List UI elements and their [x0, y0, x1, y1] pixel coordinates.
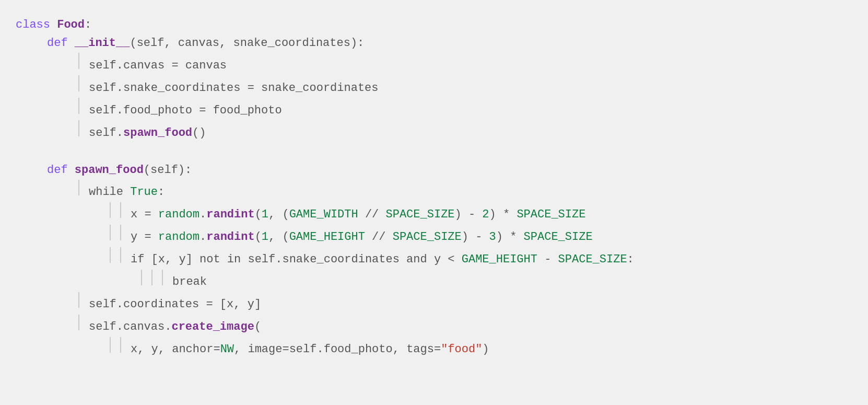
code-token: ) *: [496, 228, 524, 246]
code-token: GAME_WIDTH: [289, 205, 358, 224]
code-token: SPACE_SIZE: [517, 205, 585, 224]
code-token: =: [434, 340, 441, 358]
code-line: def __init__(self, canvas, snake_coordin…: [16, 34, 852, 52]
code-token: randint: [206, 228, 254, 246]
code-line: while True:: [16, 179, 852, 202]
code-token: GAME_HEIGHT: [289, 228, 365, 246]
code-line: self.coordinates = [x, y]: [16, 292, 852, 314]
code-token: GAME_HEIGHT: [462, 250, 537, 269]
code-token: random: [158, 205, 200, 224]
code-token: .: [316, 340, 323, 358]
indent-guide: [78, 75, 79, 91]
code-token: =: [240, 79, 261, 97]
code-token: =: [213, 340, 220, 358]
code-token: self: [248, 250, 275, 269]
code-token: ) -: [455, 205, 483, 224]
code-token: .: [165, 318, 171, 336]
code-token: (: [254, 318, 261, 336]
indent-guide: [110, 337, 111, 353]
code-line: y = random.randint(1, (GAME_HEIGHT // SP…: [16, 224, 852, 247]
code-token: SPACE_SIZE: [393, 228, 462, 246]
code-token: self: [89, 79, 116, 97]
code-token: :: [627, 250, 634, 269]
code-token: =: [282, 340, 289, 358]
code-token: ,: [158, 340, 172, 358]
code-token: (: [130, 34, 136, 52]
code-token: [: [151, 250, 158, 269]
code-token: SPACE_SIZE: [386, 205, 455, 224]
code-token: ,: [164, 34, 178, 52]
code-token: -: [537, 250, 558, 269]
code-token: (: [255, 228, 262, 246]
indent-guide: [78, 98, 79, 114]
code-token: NW: [220, 340, 234, 358]
code-token: canvas: [123, 56, 165, 75]
indent-guide: [120, 225, 121, 241]
indent-guide: [120, 247, 121, 263]
code-token: <: [441, 250, 462, 269]
code-token: food_photo: [324, 340, 393, 358]
code-token: =: [192, 101, 213, 120]
code-token: (: [144, 161, 150, 179]
code-line: x = random.randint(1, (GAME_WIDTH // SPA…: [16, 202, 852, 224]
code-token: , (: [268, 228, 289, 246]
code-line: class Food:: [16, 16, 852, 34]
code-token: =: [137, 228, 158, 246]
indent-guide: [162, 270, 163, 286]
code-token: snake_coordinates: [282, 250, 399, 269]
code-token: __init__: [75, 34, 130, 52]
code-line: if [x, y] not in self.snake_coordinates …: [16, 247, 852, 269]
code-token: y: [248, 295, 254, 314]
code-token: x: [131, 205, 137, 224]
code-token: ,: [137, 340, 151, 358]
indent-guide: [110, 247, 111, 263]
code-token: ]: [186, 250, 200, 269]
code-block: class Food:def __init__(self, canvas, sn…: [16, 10, 852, 364]
code-token: ):: [178, 161, 192, 179]
code-token: ) *: [489, 205, 517, 224]
code-token: ,: [234, 340, 248, 358]
code-token: ,: [233, 295, 247, 314]
code-token: ) -: [462, 228, 489, 246]
indent-guide: [120, 202, 121, 218]
code-token: .: [116, 56, 123, 75]
code-token: y: [179, 250, 185, 269]
code-token: spawn_food: [75, 161, 144, 179]
code-token: SPACE_SIZE: [524, 228, 593, 246]
indent-guide: [78, 120, 79, 136]
code-token: self: [150, 161, 178, 179]
code-token: 3: [489, 228, 496, 246]
code-token: randint: [206, 205, 254, 224]
code-token: def: [47, 161, 75, 179]
code-token: self: [89, 318, 116, 336]
code-token: .: [200, 205, 206, 224]
code-token: :: [158, 183, 165, 201]
code-token: and: [406, 250, 434, 269]
code-token: snake_coordinates: [233, 34, 350, 52]
code-token: y: [151, 340, 158, 358]
code-token: (: [255, 205, 262, 224]
code-token: image: [248, 340, 282, 358]
code-token: 2: [482, 205, 489, 224]
code-token: self: [89, 101, 116, 120]
code-token: self: [89, 56, 116, 75]
code-token: self: [137, 34, 165, 52]
code-token: :: [85, 16, 91, 34]
code-line: self.canvas = canvas: [16, 52, 852, 75]
code-token: x: [131, 340, 137, 358]
code-token: ,: [393, 340, 406, 358]
code-line: self.food_photo = food_photo: [16, 97, 852, 120]
code-token: random: [158, 228, 200, 246]
code-token: self: [89, 295, 116, 314]
code-token: def: [47, 34, 75, 52]
code-token: .: [116, 318, 123, 336]
indent-guide: [110, 225, 111, 241]
code-token: spawn_food: [123, 124, 192, 142]
code-token: ,: [165, 250, 179, 269]
code-token: ): [482, 340, 489, 358]
code-token: while: [89, 183, 130, 201]
code-token: canvas: [178, 34, 219, 52]
code-token: [400, 250, 406, 269]
code-line: self.canvas.create_image(: [16, 314, 852, 337]
code-token: x: [227, 295, 233, 314]
